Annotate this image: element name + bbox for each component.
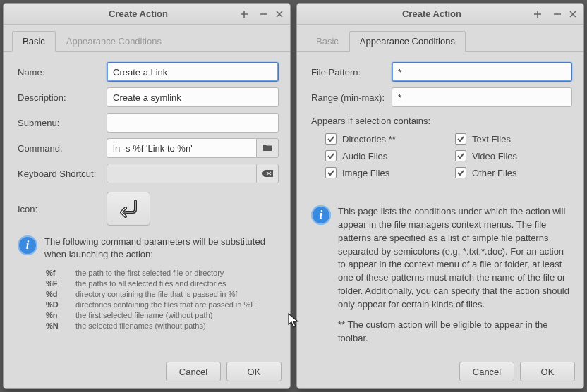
- name-label: Name:: [18, 67, 102, 78]
- create-action-window-basic: Create Action Basic Appearance Condition…: [3, 3, 291, 389]
- check-video-files[interactable]: Video Files: [455, 150, 572, 161]
- tab-bar: Basic Appearance Conditions: [4, 25, 290, 52]
- maximize-icon[interactable]: [531, 8, 544, 20]
- ok-button[interactable]: OK: [520, 362, 575, 381]
- icon-label: Icon:: [18, 204, 102, 214]
- check-image-files[interactable]: Image Files: [325, 167, 442, 178]
- titlebar[interactable]: Create Action: [4, 4, 290, 25]
- tab-bar: Basic Appearance Conditions: [297, 25, 583, 52]
- cancel-button[interactable]: Cancel: [459, 362, 514, 381]
- name-input[interactable]: [107, 62, 279, 82]
- check-icon: [455, 150, 466, 161]
- submenu-label: Submenu:: [18, 118, 102, 128]
- description-block: This page lists the conditions under whi…: [338, 205, 572, 352]
- row-range: Range (min-max):: [311, 87, 572, 107]
- check-text-files[interactable]: Text Files: [455, 133, 572, 145]
- param-table: %fthe path to the first selected file or…: [46, 269, 279, 330]
- action-bar: Cancel OK: [4, 355, 290, 388]
- row-shortcut: Keyboard Shortcut:: [18, 164, 279, 183]
- row-icon: Icon:: [18, 192, 279, 226]
- check-audio-files[interactable]: Audio Files: [325, 150, 442, 161]
- window-title: Create Action: [335, 8, 528, 19]
- minimize-icon[interactable]: [258, 8, 270, 20]
- check-label: Directories **: [342, 134, 396, 145]
- close-icon[interactable]: [567, 8, 579, 20]
- command-label: Command:: [18, 143, 102, 154]
- command-input[interactable]: [107, 138, 256, 158]
- close-icon[interactable]: [273, 8, 286, 20]
- content-area: Name: Description: Submenu: Command: Ke: [4, 52, 290, 355]
- range-input[interactable]: [392, 87, 572, 107]
- range-label: Range (min-max):: [311, 92, 387, 103]
- maximize-icon[interactable]: [238, 8, 250, 20]
- ok-button[interactable]: OK: [226, 362, 282, 381]
- icon-picker-button[interactable]: [107, 192, 150, 226]
- folder-icon: [262, 143, 272, 154]
- enter-arrow-icon: [117, 198, 140, 220]
- titlebar[interactable]: Create Action: [297, 4, 583, 25]
- check-icon: [325, 167, 337, 178]
- row-command: Command:: [18, 138, 279, 158]
- tab-basic[interactable]: Basic: [305, 31, 349, 52]
- check-directories[interactable]: Directories **: [325, 133, 442, 145]
- check-grid: Directories ** Text Files Audio Files Vi…: [325, 133, 572, 178]
- check-icon: [455, 167, 466, 178]
- check-icon: [325, 150, 337, 161]
- pattern-label: File Pattern:: [311, 67, 387, 78]
- clear-icon: [262, 169, 273, 179]
- row-file-pattern: File Pattern:: [311, 62, 572, 82]
- create-action-window-appearance: Create Action Basic Appearance Condition…: [296, 3, 584, 389]
- pattern-input[interactable]: [392, 62, 572, 82]
- info-icon: i: [18, 235, 37, 255]
- cancel-button[interactable]: Cancel: [166, 362, 221, 381]
- content-area: File Pattern: Range (min-max): Appears i…: [297, 52, 583, 355]
- check-label: Text Files: [472, 134, 511, 145]
- info-text: The following command parameters will be…: [44, 235, 279, 260]
- desc-paragraph-1: This page lists the conditions under whi…: [338, 205, 572, 312]
- info-row: i The following command parameters will …: [18, 235, 279, 260]
- row-description: Description:: [18, 87, 279, 107]
- description-input[interactable]: [107, 87, 279, 107]
- shortcut-input[interactable]: [107, 164, 256, 183]
- section-head: Appears if selection contains:: [311, 116, 572, 126]
- action-bar: Cancel OK: [297, 355, 583, 388]
- info-row: i This page lists the conditions under w…: [311, 205, 572, 352]
- check-label: Video Files: [472, 151, 517, 161]
- check-label: Image Files: [342, 168, 389, 178]
- check-label: Audio Files: [342, 151, 387, 161]
- shortcut-label: Keyboard Shortcut:: [18, 169, 102, 179]
- clear-shortcut-button[interactable]: [256, 164, 279, 183]
- info-icon: i: [311, 205, 331, 225]
- browse-command-button[interactable]: [256, 138, 279, 158]
- minimize-icon[interactable]: [551, 8, 564, 20]
- tab-basic[interactable]: Basic: [12, 31, 56, 52]
- check-label: Other Files: [472, 168, 517, 178]
- desc-paragraph-2: ** The custom action will be eligible to…: [338, 319, 572, 345]
- check-icon: [455, 133, 466, 145]
- tab-appearance-conditions[interactable]: Appearance Conditions: [56, 31, 172, 52]
- tab-appearance-conditions[interactable]: Appearance Conditions: [349, 31, 466, 52]
- window-title: Create Action: [42, 8, 235, 19]
- check-other-files[interactable]: Other Files: [455, 167, 572, 178]
- description-label: Description:: [18, 92, 102, 103]
- submenu-input[interactable]: [107, 113, 279, 133]
- row-submenu: Submenu:: [18, 113, 279, 133]
- row-name: Name:: [18, 62, 279, 82]
- check-icon: [325, 133, 337, 145]
